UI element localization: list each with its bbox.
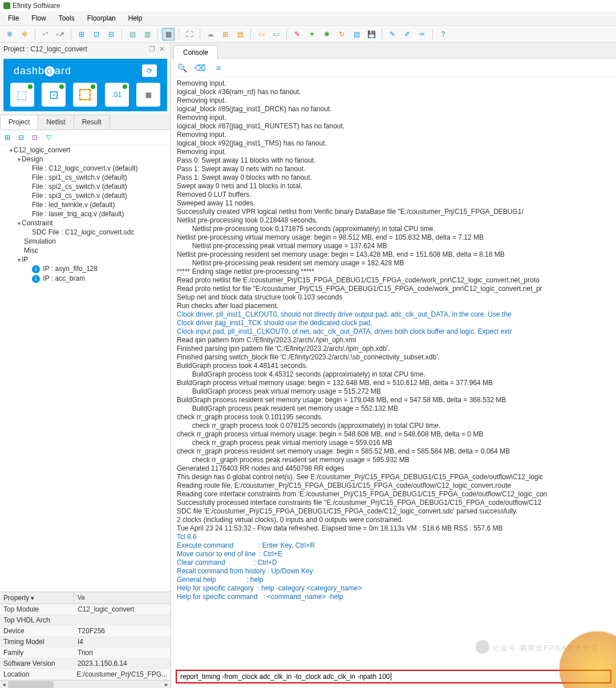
dashboard-refresh-icon[interactable]: ⟳ xyxy=(142,64,157,77)
menu-help[interactable]: Help xyxy=(123,13,148,24)
dash-btn-bitstream[interactable]: .01↓ xyxy=(105,83,129,107)
menu-floorplan[interactable]: Floorplan xyxy=(82,13,121,24)
grid-icon[interactable]: ▦ xyxy=(162,28,175,41)
pen-3-icon[interactable]: ✑ xyxy=(416,28,428,41)
tree-simulation[interactable]: Simulation xyxy=(0,237,171,246)
separator xyxy=(250,29,251,39)
console-output[interactable]: Removing input.logical_block #36(ram_rd)… xyxy=(171,77,616,667)
new-file-2-icon[interactable]: ▫↗ xyxy=(54,28,67,41)
scroll-thumb[interactable] xyxy=(8,681,54,688)
collapse-all-icon[interactable]: ⊟ xyxy=(16,132,26,143)
tree-file[interactable]: File : spi3_cs_switch.v (default) xyxy=(0,191,171,200)
tree-file[interactable]: File : laser_trig_acq.v (default) xyxy=(0,209,171,218)
tree-file[interactable]: File : spi2_cs_switch.v (default) xyxy=(0,182,171,191)
dash-btn-route[interactable] xyxy=(73,83,97,107)
props-header-value[interactable]: Va xyxy=(74,592,88,604)
command-text: report_timing -from_clock adc_clk_in -to… xyxy=(180,673,390,681)
wand-icon[interactable]: ✎ xyxy=(291,28,303,41)
command-input[interactable]: report_timing -from_clock adc_clk_in -to… xyxy=(176,670,611,683)
inspect-icon[interactable]: ▤ xyxy=(234,28,246,41)
scrollbar[interactable]: ◄ ► xyxy=(0,680,171,688)
dash-btn-stop[interactable]: ■ xyxy=(136,83,160,107)
help-icon[interactable]: ? xyxy=(437,28,449,41)
menubar: File Flow Tools Floorplan Help xyxy=(0,11,616,26)
tree-file[interactable]: File : spi1_cs_switch.v (default) xyxy=(0,173,171,182)
dash-btn-synthesis[interactable]: ⬚ xyxy=(10,83,34,107)
separator xyxy=(71,29,71,39)
tree-ip-item[interactable]: i IP : asyn_fifo_128 xyxy=(0,264,171,274)
console-tabs: Console xyxy=(171,43,616,59)
props-row[interactable]: Timing ModelI4 xyxy=(0,637,171,647)
props-header-property[interactable]: Property ▾ xyxy=(0,592,74,604)
tree-file[interactable]: File : C12_logic_convert.v (default) xyxy=(0,164,171,173)
tab-console[interactable]: Console xyxy=(173,45,218,59)
link-icon[interactable]: ⊡ xyxy=(30,132,40,143)
app-icon xyxy=(3,2,10,9)
tree-file[interactable]: File : led_twinkle.v (default) xyxy=(0,200,171,209)
new-file-icon[interactable]: ▫⁺ xyxy=(39,28,52,41)
pen-icon[interactable]: ✎ xyxy=(386,28,399,41)
search-icon[interactable]: 🔍 xyxy=(177,63,187,73)
close-panel-icon[interactable]: ✕ xyxy=(159,45,167,53)
console-toolbar: 🔍 ⌫ ≡ xyxy=(171,59,616,77)
folder-add-icon[interactable]: ⊞ xyxy=(75,28,88,41)
tree-design[interactable]: ▾Design xyxy=(0,155,171,164)
grid-orange-icon[interactable]: ⊞ xyxy=(219,28,232,41)
props-row[interactable]: Software Version2023.1.150.6.14 xyxy=(0,658,171,669)
scroll-left-icon[interactable]: ◄ xyxy=(0,681,8,688)
settings-icon[interactable]: ≡ xyxy=(213,63,224,73)
save-icon[interactable]: 💾 xyxy=(365,28,378,41)
tab-result[interactable]: Result xyxy=(74,115,110,129)
separator xyxy=(432,29,433,39)
bug-icon[interactable]: ✺ xyxy=(321,28,333,41)
tree-ip-item[interactable]: i IP : acc_bram xyxy=(0,274,171,284)
pen-2-icon[interactable]: ✐ xyxy=(401,28,414,41)
note-2-icon[interactable]: ▭ xyxy=(270,28,282,41)
props-row[interactable]: Top VHDL Arch xyxy=(0,615,171,626)
gear-blue-icon[interactable]: ✲ xyxy=(3,28,16,41)
expand-icon[interactable]: ⛶ xyxy=(183,28,196,41)
refresh-icon[interactable]: ↻ xyxy=(335,28,348,41)
panel-title-text: Project : C12_logic_convert xyxy=(3,45,87,53)
tab-netlist[interactable]: Netlist xyxy=(38,115,74,129)
expand-all-icon[interactable]: ⊞ xyxy=(2,132,13,143)
detach-icon[interactable]: ❐ xyxy=(149,45,157,53)
dash-btn-place[interactable]: ⊡ xyxy=(42,83,66,107)
doc-icon[interactable]: ▤ xyxy=(126,28,139,41)
tree-root[interactable]: ▾C12_logic_convert xyxy=(0,145,171,155)
spark-icon[interactable]: ✦ xyxy=(306,28,318,41)
left-tabs: Project Netlist Result xyxy=(0,115,171,130)
menu-file[interactable]: File xyxy=(2,13,25,24)
folder-open-icon[interactable]: ⊡ xyxy=(90,28,103,41)
separator xyxy=(200,29,200,39)
props-row[interactable]: Top ModuleC12_logic_convert xyxy=(0,604,171,615)
project-tree[interactable]: ▾C12_logic_convert ▾Design File : C12_lo… xyxy=(0,145,171,592)
menu-flow[interactable]: Flow xyxy=(26,13,51,24)
note-icon[interactable]: ▭ xyxy=(255,28,268,41)
separator xyxy=(382,29,382,39)
tree-ip[interactable]: ▾IP xyxy=(0,255,171,264)
tree-sdc[interactable]: SDC File : C12_logic_convert.sdc xyxy=(0,228,171,237)
report-icon[interactable]: ▤ xyxy=(350,28,363,41)
properties-panel: Property ▾ Va Top ModuleC12_logic_conver… xyxy=(0,592,171,688)
filter-icon[interactable]: ▽ xyxy=(43,132,54,143)
props-row[interactable]: LocationE:/coustumer_Prj/C15_FPG... xyxy=(0,669,171,680)
tab-project[interactable]: Project xyxy=(0,115,38,129)
separator xyxy=(157,29,158,39)
separator xyxy=(35,29,35,39)
app-title: Efinity Software xyxy=(13,2,60,10)
folder-save-icon[interactable]: ⊟ xyxy=(105,28,117,41)
tree-constraint[interactable]: ▾Constraint xyxy=(0,218,171,228)
props-row[interactable]: DeviceT20F256 xyxy=(0,626,171,637)
titlebar: Efinity Software xyxy=(0,0,616,11)
doc-2-icon[interactable]: ▥ xyxy=(141,28,153,41)
menu-tools[interactable]: Tools xyxy=(53,13,80,24)
clear-icon[interactable]: ⌫ xyxy=(195,63,205,73)
scroll-right-icon[interactable]: ► xyxy=(163,681,171,688)
props-row[interactable]: FamilyTrion xyxy=(0,647,171,658)
props-header: Property ▾ Va xyxy=(0,592,171,604)
dashboard-logo: dashbGard xyxy=(14,65,71,77)
tree-misc[interactable]: Misc xyxy=(0,246,171,255)
cloud-icon[interactable]: ☁ xyxy=(204,28,217,41)
gear-orange-icon[interactable]: ✲ xyxy=(18,28,31,41)
